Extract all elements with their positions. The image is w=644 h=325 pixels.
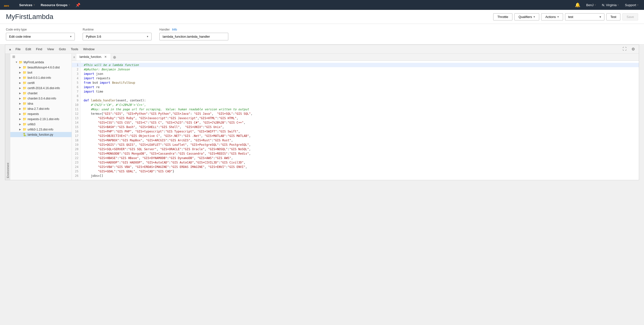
code-area[interactable]: 1 2 3 4 5 6 7 8 9 10 11 12 13 14 15 16 1 bbox=[72, 61, 639, 180]
code-entry-select[interactable]: Edit code inline ▾ bbox=[6, 33, 75, 40]
menu-file[interactable]: File bbox=[13, 46, 23, 52]
region-chevron-icon: ▾ bbox=[618, 4, 619, 7]
line-number: 11 bbox=[72, 107, 80, 112]
folder-icon: 📁 bbox=[23, 91, 26, 95]
menu-find[interactable]: Find bbox=[34, 46, 44, 52]
support-menu[interactable]: Support ▾ bbox=[622, 0, 641, 10]
line-number: 16 bbox=[72, 129, 80, 134]
header-actions: Throttle Qualifiers ▾ Actions ▾ test ▾ T… bbox=[493, 13, 638, 21]
support-chevron-icon: ▾ bbox=[637, 4, 638, 7]
list-item-lambda-file[interactable]: 🐍 lambda_function.py bbox=[10, 132, 72, 137]
subfolder-expand-icon: ▶ bbox=[19, 82, 22, 84]
folder-icon: 📁 bbox=[23, 122, 26, 126]
list-item[interactable]: ▶ 📁 urllib3-1.23.dist-info bbox=[10, 127, 72, 132]
list-item[interactable]: ▶ 📁 chardet bbox=[10, 91, 72, 96]
handler-info-link[interactable]: Info bbox=[172, 28, 177, 31]
config-section: Code entry type Edit code inline ▾ Runti… bbox=[0, 24, 644, 45]
subfolder-expand-icon: ▶ bbox=[19, 66, 22, 69]
resource-groups-nav[interactable]: Resource Groups ▾ bbox=[38, 0, 73, 10]
list-item[interactable]: ▶ 📁 idna bbox=[10, 101, 72, 106]
menu-view[interactable]: View bbox=[45, 46, 56, 52]
runtime-select[interactable]: Python 3.6 ▾ bbox=[83, 33, 152, 40]
file-tree: ⊞ ▼ 📁 MyFirstLambda ▶ 📁 beautifulsoup4-4… bbox=[10, 54, 72, 180]
list-item[interactable]: ▶ 📁 requests-2.19.1.dist-info bbox=[10, 116, 72, 122]
tab-add-button[interactable]: ⊕ bbox=[111, 54, 118, 61]
environment-label: Environment bbox=[5, 54, 10, 180]
bell-icon[interactable]: 🔔 bbox=[572, 2, 583, 8]
menu-edit[interactable]: Edit bbox=[23, 46, 34, 52]
settings-icon[interactable]: ⚙ bbox=[630, 46, 637, 53]
folder-expand-icon: ▼ bbox=[15, 61, 18, 64]
list-item[interactable]: ▶ 📁 bs4 bbox=[10, 70, 72, 75]
list-item[interactable]: ▶ 📁 certifi bbox=[10, 80, 72, 85]
line-number: 3 bbox=[72, 72, 80, 76]
main-content: ▲ File Edit Find View Goto Tools Window … bbox=[0, 45, 644, 185]
code-line: "GIS+VBA" : "GIS VBA" , "GIS+ERDAS+IMAGI… bbox=[81, 165, 639, 169]
throttle-button[interactable]: Throttle bbox=[493, 13, 512, 21]
tree-root-folder[interactable]: ▼ 📁 MyFirstLambda bbox=[10, 60, 72, 65]
tab-drag-handle[interactable]: ⊞ bbox=[10, 54, 72, 60]
line-number: 2 bbox=[72, 67, 80, 72]
code-line: "GIS+Ruby" : "GIS Ruby" , "GIS+Javascrip… bbox=[81, 116, 639, 120]
line-numbers: 1 2 3 4 5 6 7 8 9 10 11 12 13 14 15 16 1 bbox=[72, 61, 81, 180]
tab-drag-handle2[interactable]: ≡ bbox=[72, 54, 76, 60]
code-line: "GIS+BASH" : "GIS Bash" , "GIS+SHELL" : … bbox=[81, 125, 639, 129]
list-item[interactable]: ▶ 📁 idna-2.7.dist-info bbox=[10, 106, 72, 111]
services-nav[interactable]: Services ▾ bbox=[16, 0, 38, 10]
list-item[interactable]: ▶ 📁 urllib3 bbox=[10, 122, 72, 127]
save-button[interactable]: Save bbox=[622, 13, 638, 21]
list-item[interactable]: ▶ 📁 requests bbox=[10, 111, 72, 116]
subfolder-expand-icon: ▶ bbox=[19, 113, 22, 115]
subfolder-expand-icon: ▶ bbox=[19, 123, 22, 126]
line-number: 17 bbox=[72, 134, 80, 138]
menu-tools[interactable]: Tools bbox=[68, 46, 81, 52]
collapse-button[interactable]: ▲ bbox=[7, 47, 13, 52]
folder-icon: 📁 bbox=[23, 76, 26, 80]
folder-icon: 📁 bbox=[23, 66, 26, 69]
code-line: from bs4 import BeautifulSoup bbox=[81, 81, 639, 85]
subfolder-expand-icon: ▶ bbox=[19, 128, 22, 131]
region-menu[interactable]: N. Virginia ▾ bbox=[600, 0, 622, 10]
code-entry-label: Code entry type bbox=[6, 28, 75, 31]
line-number: 8 bbox=[72, 94, 80, 98]
code-line: "GIS+HADOOP" : "GIS HADOOP" , "GIS+AutoC… bbox=[81, 160, 639, 165]
code-line: "GIS+CSS" : "GIS CSS" , "GIS+C" : "GIS C… bbox=[81, 120, 639, 125]
menu-goto[interactable]: Goto bbox=[56, 46, 68, 52]
folder-icon: 📁 bbox=[23, 107, 26, 111]
list-item[interactable]: ▶ 📁 beautifulsoup4-4.6.0.dist bbox=[10, 65, 72, 70]
code-line: "GIS+GDAL" : "GIS GDAL" , "GIS+CAD" : "G… bbox=[81, 169, 639, 174]
page-header: MyFirstLambda Throttle Qualifiers ▾ Acti… bbox=[0, 10, 644, 24]
code-line: #This will be a lambda function bbox=[81, 63, 639, 67]
code-line: "GIS+QGIS" : "GIS QGIS" , "GIS+LEAFLET" … bbox=[81, 143, 639, 147]
line-number: 13 bbox=[72, 116, 80, 120]
handler-label: Handler Info bbox=[160, 28, 228, 31]
pin-icon[interactable]: 📌 bbox=[73, 3, 83, 8]
subfolder-expand-icon: ▶ bbox=[19, 87, 22, 89]
line-number: 4 bbox=[72, 76, 80, 81]
test-button[interactable]: Test bbox=[606, 13, 621, 21]
actions-button[interactable]: Actions ▾ bbox=[541, 13, 563, 21]
test-event-select[interactable]: test ▾ bbox=[565, 13, 604, 21]
fullscreen-icon[interactable]: ⛶ bbox=[621, 46, 628, 53]
aws-logo[interactable]: aws bbox=[3, 0, 12, 10]
user-menu[interactable]: BenJ ▾ bbox=[584, 0, 598, 10]
tab-close-button[interactable]: ✕ bbox=[103, 55, 108, 59]
tab-bar: ≡ lambda_function. ✕ ⊕ bbox=[72, 54, 639, 61]
menu-window[interactable]: Window bbox=[81, 46, 97, 52]
list-item[interactable]: ▶ 📁 chardet-3.0.4.dist-info bbox=[10, 96, 72, 101]
handler-field: Handler Info bbox=[160, 28, 228, 40]
subfolder-expand-icon: ▶ bbox=[19, 118, 22, 120]
editor-container: ▲ File Edit Find View Goto Tools Window … bbox=[5, 45, 639, 180]
list-item[interactable]: ▶ 📁 certifi-2018.4.16.dist-info bbox=[10, 85, 72, 91]
line-number: 14 bbox=[72, 120, 80, 125]
list-item[interactable]: ▶ 📁 bs4-0.0.1.dist-info bbox=[10, 75, 72, 80]
svg-text:aws: aws bbox=[4, 4, 9, 7]
runtime-chevron-icon: ▾ bbox=[147, 35, 148, 38]
code-line: "GIS+HBASE" : "GIS HBase" , "GIS+DYNAMOD… bbox=[81, 156, 639, 160]
folder-icon: 📁 bbox=[23, 112, 26, 116]
qualifiers-button[interactable]: Qualifiers ▾ bbox=[514, 13, 539, 21]
handler-input[interactable] bbox=[160, 33, 228, 40]
file-spacer bbox=[19, 133, 22, 136]
line-number: 6 bbox=[72, 85, 80, 89]
tab-lambda-function[interactable]: lambda_function. ✕ bbox=[76, 54, 111, 61]
